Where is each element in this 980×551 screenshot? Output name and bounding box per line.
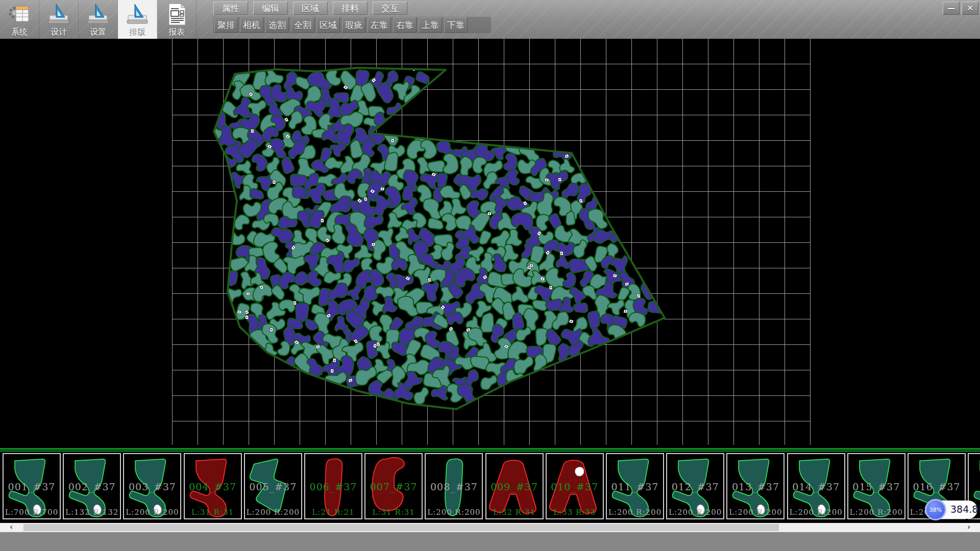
part-lr-count: L:31 R:31 <box>365 508 422 517</box>
part-lr-count: L:200 R:200 <box>727 508 783 517</box>
tool-button-row: 聚排相机选割全割区域瑕疵左靠右靠上靠下靠 <box>213 17 491 33</box>
part-tile-14[interactable]: 014_#37L:200 R:200 <box>787 453 845 519</box>
part-label: 006_#37 <box>305 481 361 492</box>
part-label: 011_#37 <box>607 481 663 492</box>
part-lr-count: L:700 R:700 <box>4 508 60 517</box>
parts-tray: 001_#37L:700 R:700002_#37L:132 R:132003_… <box>0 448 980 523</box>
tool-button-7[interactable]: 左靠 <box>368 17 391 33</box>
tool-button-4[interactable]: 全割 <box>291 17 314 33</box>
part-label: 010_#37 <box>547 481 603 492</box>
settings-ruler-icon <box>86 2 110 27</box>
part-label: 012_#37 <box>667 481 723 492</box>
menu-tab-3[interactable]: 区域 <box>293 2 328 15</box>
part-label: 014_#37 <box>788 481 844 492</box>
report-doc-icon <box>164 2 189 27</box>
menu-tab-1[interactable]: 属性 <box>213 2 248 15</box>
window-controls: — ✕ <box>943 2 978 15</box>
menu-tab-5[interactable]: 交互 <box>373 2 407 15</box>
horizontal-scrollbar[interactable]: ‹ › <box>0 523 980 532</box>
part-lr-count: L:200 R:200 <box>667 508 723 517</box>
tool-button-5[interactable]: 区域 <box>316 17 340 33</box>
part-tile-2[interactable]: 002_#37L:132 R:132 <box>63 453 121 519</box>
part-lr-count: L:200 R:200 <box>607 508 663 517</box>
menu-tab-4[interactable]: 排料 <box>333 2 368 15</box>
scrollbar-thumb[interactable] <box>23 524 779 531</box>
memory-status-badge: 38% 384.8M <box>925 500 977 519</box>
menu-tab-row: 属性编辑区域排料交互 <box>213 2 491 15</box>
part-tile-5[interactable]: 005_#37L:200 R:200 <box>244 453 302 519</box>
part-label: 015_#37 <box>848 481 904 492</box>
launcher-button-5[interactable]: 报表 <box>157 0 197 39</box>
part-label: 009_#37 <box>486 481 543 492</box>
part-tile-12[interactable]: 012_#37L:200 R:200 <box>666 453 724 519</box>
part-lr-count: L:21 R:21 <box>305 508 361 517</box>
tool-button-2[interactable]: 相机 <box>240 17 263 33</box>
menu-tab-2[interactable]: 编辑 <box>253 2 288 15</box>
part-label: 008_#37 <box>426 481 482 492</box>
part-lr-count: L:33 R:33 <box>547 508 603 517</box>
close-button[interactable]: ✕ <box>962 2 978 15</box>
design-ruler-icon <box>46 2 71 27</box>
launcher-label: 排版 <box>129 27 145 38</box>
part-tile-13[interactable]: 013_#37L:200 R:200 <box>726 453 785 519</box>
part-label: 013_#37 <box>727 481 783 492</box>
tool-button-6[interactable]: 瑕疵 <box>342 17 365 33</box>
tool-button-10[interactable]: 下靠 <box>444 17 468 33</box>
ribbon-toolbar: 系统设计设置排版报表 属性编辑区域排料交互 聚排相机选割全割区域瑕疵左靠右靠上靠… <box>0 0 980 39</box>
minimize-button[interactable]: — <box>943 2 960 15</box>
nesting-ruler-icon <box>125 2 150 27</box>
launcher-label: 设置 <box>90 27 106 38</box>
tool-button-1[interactable]: 聚排 <box>214 17 238 33</box>
part-lr-count: L:200 R:200 <box>788 508 844 517</box>
launcher-button-3[interactable]: 设置 <box>79 0 118 39</box>
nesting-layout-drawing <box>0 39 980 448</box>
part-label: 004_#37 <box>185 481 241 492</box>
launcher-button-1[interactable]: 系统 <box>0 0 39 39</box>
progress-circle: 38% <box>925 499 946 520</box>
part-lr-count: L:31 R:31 <box>185 508 241 517</box>
part-lr-count: L:32 R:31 <box>486 508 543 517</box>
part-label: 002_#37 <box>64 481 120 492</box>
part-tile-7[interactable]: 007_#37L:31 R:31 <box>364 453 423 519</box>
part-tile-10[interactable]: 010_#37L:33 R:33 <box>546 453 604 519</box>
part-tile-8[interactable]: 008_#37L:200 R:200 <box>425 453 483 519</box>
launcher-button-4[interactable]: 排版 <box>118 0 157 39</box>
part-lr-count: L:200 R:200 <box>124 508 180 517</box>
scroll-left-button[interactable]: ‹ <box>1 524 22 531</box>
part-label: 005_#37 <box>245 481 301 492</box>
part-tile-11[interactable]: 011_#37L:200 R:200 <box>606 453 664 519</box>
part-label: 003_#37 <box>124 481 180 492</box>
part-tile-6[interactable]: 006_#37L:21 R:21 <box>304 453 362 519</box>
part-label: 016_#37 <box>909 481 965 492</box>
part-tile-3[interactable]: 003_#37L:200 R:200 <box>123 453 181 519</box>
launcher-button-group: 系统设计设置排版报表 <box>0 0 197 39</box>
launcher-label: 系统 <box>11 27 28 38</box>
system-gear-icon <box>7 2 32 27</box>
scroll-right-button[interactable]: › <box>958 524 979 531</box>
part-label: 007_#37 <box>365 481 422 492</box>
part-lr-count: L:200 R:200 <box>426 508 482 517</box>
memory-value: 384.8M <box>950 500 980 519</box>
part-lr-count: L:200 R:200 <box>848 508 904 517</box>
part-tile-9[interactable]: 009_#37L:32 R:31 <box>485 453 544 519</box>
tool-button-9[interactable]: 上靠 <box>419 17 442 33</box>
part-lr-count: L:200 R:200 <box>245 508 301 517</box>
launcher-label: 报表 <box>168 27 185 38</box>
part-label: 001_#37 <box>4 481 60 492</box>
tool-button-8[interactable]: 右靠 <box>393 17 416 33</box>
nesting-canvas[interactable] <box>0 39 980 448</box>
status-bar <box>0 532 980 551</box>
part-lr-count: L:132 R:132 <box>64 508 120 517</box>
part-tile-1[interactable]: 001_#37L:700 R:700 <box>3 453 61 519</box>
tool-button-3[interactable]: 选割 <box>265 17 289 33</box>
part-tile-15[interactable]: 015_#37L:200 R:200 <box>847 453 905 519</box>
nesting-app-window: 系统设计设置排版报表 属性编辑区域排料交互 聚排相机选割全割区域瑕疵左靠右靠上靠… <box>0 0 980 551</box>
launcher-button-2[interactable]: 设计 <box>39 0 79 39</box>
part-tile-4[interactable]: 004_#37L:31 R:31 <box>184 453 242 519</box>
launcher-label: 设计 <box>51 27 67 38</box>
menu-area: 属性编辑区域排料交互 聚排相机选割全割区域瑕疵左靠右靠上靠下靠 <box>213 0 491 33</box>
